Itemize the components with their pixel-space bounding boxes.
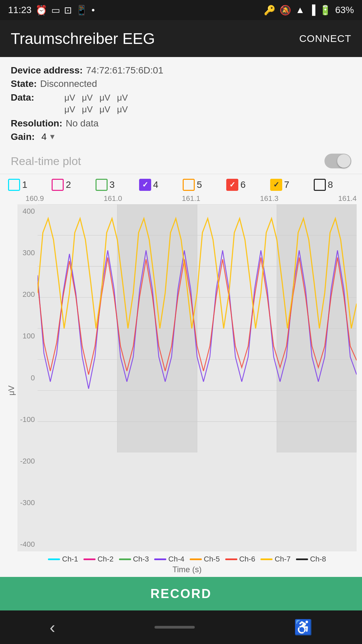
data-row: Data: μV μV μV μV μV μV μV μV (11, 92, 351, 115)
key-icon: 🔑 (264, 5, 276, 16)
resolution-value: No data (66, 118, 99, 129)
legend-label-ch6: Ch-6 (239, 555, 255, 564)
y-label-0: 0 (17, 374, 38, 382)
legend-line-ch5 (190, 558, 202, 560)
data-cell-4: μV (117, 92, 128, 104)
y-label--200: -200 (17, 457, 38, 466)
legend-label-ch3: Ch-3 (133, 555, 149, 564)
channel-checkbox-3[interactable] (96, 179, 108, 191)
legend-label-ch5: Ch-5 (204, 555, 220, 564)
data-label: Data: (11, 92, 34, 103)
address-label: Device address: (11, 65, 83, 76)
channel-checkbox-2[interactable] (52, 179, 64, 191)
legend-label-ch8: Ch-8 (310, 555, 326, 564)
legend-line-ch2 (83, 558, 96, 560)
x-axis-labels: 160.9 161.0 161.1 161.3 161.4 (5, 194, 357, 204)
channel-item-3: 3 (96, 179, 136, 191)
channel-checkbox-4[interactable]: ✓ (139, 179, 151, 191)
chart-wrapper: μV 400 300 200 100 0 -100 -200 -300 -400 (5, 204, 357, 577)
eeg-chart (38, 204, 357, 452)
resolution-row: Resolution: No data (11, 118, 351, 129)
record-button[interactable]: RECORD (0, 577, 362, 610)
gain-value: 4 (42, 131, 47, 142)
dot-icon: • (92, 5, 95, 15)
legend-line-ch3 (119, 558, 131, 560)
channel-label-3: 3 (110, 179, 115, 190)
channel-item-1: 1 (8, 179, 48, 191)
channel-checkbox-6[interactable]: ✓ (226, 179, 238, 191)
resolution-label: Resolution: (11, 118, 62, 129)
screen-icon: ▭ (51, 5, 60, 16)
battery-percent: 63% (335, 5, 354, 15)
chart-legend: Ch-1 Ch-2 Ch-3 Ch-4 Ch-5 (17, 551, 357, 565)
gain-label: Gain: (11, 131, 35, 142)
legend-ch4: Ch-4 (154, 555, 184, 564)
data-cell-5: μV (64, 104, 75, 115)
legend-line-ch6 (225, 558, 237, 560)
channel-item-6: ✓ 6 (226, 179, 266, 191)
channel-item-5: 5 (183, 179, 223, 191)
legend-label-ch7: Ch-7 (275, 555, 291, 564)
channel-checkbox-8[interactable] (314, 179, 326, 191)
legend-label-ch4: Ch-4 (168, 555, 184, 564)
address-value: 74:72:61:75:6D:01 (86, 65, 163, 76)
state-label: State: (11, 78, 37, 89)
y-label-200: 200 (17, 290, 38, 299)
app-bar: Traumschreiber EEG CONNECT (0, 20, 362, 57)
legend-line-ch4 (154, 558, 166, 560)
channel-label-1: 1 (22, 179, 27, 190)
app-title: Traumschreiber EEG (11, 30, 155, 48)
chart-inner: 400 300 200 100 0 -100 -200 -300 -400 (17, 204, 357, 577)
legend-ch3: Ch-3 (119, 555, 149, 564)
data-cell-7: μV (100, 104, 110, 115)
legend-label-ch2: Ch-2 (98, 555, 114, 564)
legend-ch8: Ch-8 (296, 555, 326, 564)
mute-icon: 🔕 (280, 5, 291, 16)
x-label-3: 161.1 (182, 194, 200, 203)
connect-button[interactable]: CONNECT (299, 33, 351, 44)
accessibility-icon[interactable]: ♿ (294, 619, 312, 636)
legend-ch7: Ch-7 (260, 555, 291, 564)
home-pill[interactable] (155, 626, 195, 629)
channel-checkbox-1[interactable] (8, 179, 20, 191)
legend-line-ch1 (48, 558, 60, 560)
channel-checkbox-7[interactable]: ✓ (270, 179, 282, 191)
battery-icon: 🔋 (319, 5, 331, 16)
y-label--100: -100 (17, 415, 38, 424)
gain-dropdown[interactable]: 4 ▼ (42, 131, 56, 142)
data-cell-6: μV (82, 104, 93, 115)
channel-label-7: 7 (284, 179, 290, 190)
status-right: 🔑 🔕 ▲ ▐ 🔋 63% (264, 5, 354, 16)
data-grid: μV μV μV μV μV μV μV μV (64, 92, 128, 115)
y-label-100: 100 (17, 332, 38, 340)
channel-checkbox-5[interactable] (183, 179, 195, 191)
channel-label-5: 5 (197, 179, 202, 190)
state-value: Disconnected (40, 78, 97, 89)
y-label--400: -400 (17, 540, 38, 549)
x-label-2: 161.0 (104, 194, 122, 203)
data-cell-3: μV (100, 92, 110, 104)
status-time: 11:23 (8, 5, 32, 15)
x-label-5: 161.4 (338, 194, 357, 203)
y-label--300: -300 (17, 498, 38, 507)
data-cell-1: μV (64, 92, 75, 104)
channel-label-8: 8 (328, 179, 333, 190)
y-axis-label: μV (5, 204, 17, 577)
legend-ch5: Ch-5 (190, 555, 220, 564)
chart-area[interactable]: 400 300 200 100 0 -100 -200 -300 -400 (17, 204, 357, 551)
back-button[interactable]: ‹ (50, 618, 55, 637)
alarm-icon: ⏰ (36, 5, 47, 16)
realtime-plot-row: Real-time plot (0, 150, 362, 174)
realtime-label: Real-time plot (11, 155, 81, 168)
y-label-300: 300 (17, 249, 38, 257)
realtime-toggle[interactable] (324, 154, 351, 168)
channel-item-7: ✓ 7 (270, 179, 310, 191)
status-bar: 11:23 ⏰ ▭ ⊡ 📱 • 🔑 🔕 ▲ ▐ 🔋 63% (0, 0, 362, 20)
chart-container: 160.9 161.0 161.1 161.3 161.4 μV 400 300… (0, 194, 362, 577)
wifi-icon: ▲ (295, 5, 305, 15)
signal-icon: ▐ (309, 5, 315, 15)
x-axis-title: Time (s) (17, 565, 357, 577)
gain-row: Gain: 4 ▼ (11, 131, 351, 142)
check-icon-4: ✓ (142, 180, 148, 189)
info-section: Device address: 74:72:61:75:6D:01 State:… (0, 57, 362, 150)
